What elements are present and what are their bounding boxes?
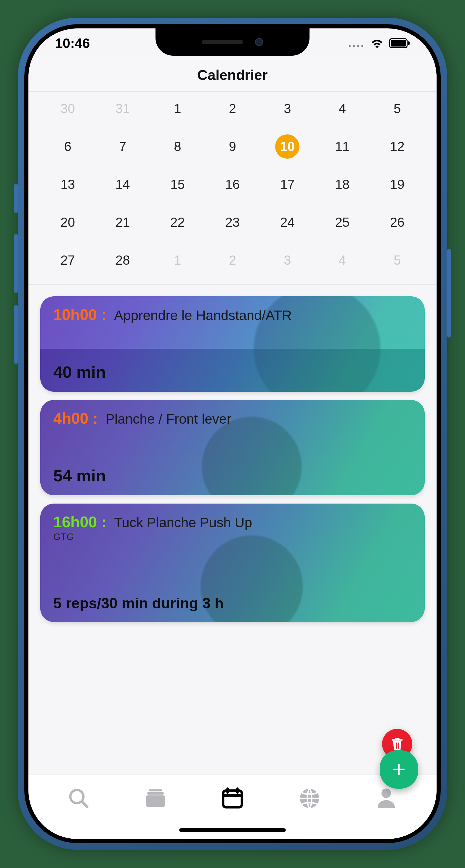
calendar-day[interactable]: 23 [205, 213, 260, 231]
event-title: Apprendre le Handstand/ATR [114, 307, 292, 323]
calendar-day[interactable]: 10 [260, 138, 315, 155]
phone-frame: 10:46 .... Calendrier 30311234567 [18, 18, 447, 850]
event-time: 16h00 : [53, 513, 106, 531]
agenda-card[interactable]: 10h00 : Apprendre le Handstand/ATR 40 mi… [40, 296, 425, 392]
svg-rect-5 [149, 789, 163, 791]
calendar-day[interactable]: 7 [95, 138, 150, 155]
calendar-day[interactable]: 6 [40, 138, 95, 155]
svg-rect-1 [391, 40, 406, 47]
svg-rect-7 [146, 796, 165, 807]
calendar-day[interactable]: 3 [260, 100, 315, 118]
calendar-day[interactable]: 18 [315, 176, 370, 193]
cellular-dots-icon: .... [348, 37, 365, 50]
calendar-day[interactable]: 31 [95, 100, 150, 118]
side-button [447, 249, 451, 338]
side-button [14, 234, 18, 293]
plus-icon [391, 761, 407, 778]
calendar-day[interactable]: 21 [95, 213, 150, 231]
svg-line-4 [82, 802, 87, 807]
svg-rect-2 [408, 41, 410, 45]
calendar-day[interactable]: 13 [40, 176, 95, 193]
calendar-day[interactable]: 14 [95, 176, 150, 193]
side-button [14, 184, 18, 213]
page-title: Calendrier [28, 58, 437, 92]
calendar-day[interactable]: 15 [150, 176, 205, 193]
svg-rect-8 [223, 790, 242, 807]
tab-calendar[interactable] [218, 784, 247, 813]
search-icon [67, 787, 90, 810]
screen: 10:46 .... Calendrier 30311234567 [28, 28, 437, 839]
event-title: Planche / Front lever [106, 411, 231, 427]
event-time: 10h00 : [53, 306, 106, 323]
svg-rect-6 [147, 792, 164, 795]
svg-point-13 [381, 788, 391, 798]
calendar-icon [221, 786, 244, 810]
calendar-day[interactable]: 28 [95, 251, 150, 269]
calendar-day[interactable]: 16 [205, 176, 260, 193]
side-button [14, 305, 18, 364]
wifi-icon [370, 38, 384, 49]
calendar-day[interactable]: 27 [40, 251, 95, 269]
event-duration: 40 min [53, 362, 412, 383]
calendar-day[interactable]: 25 [315, 213, 370, 231]
calendar-day[interactable]: 8 [150, 138, 205, 155]
agenda-card[interactable]: 16h00 : Tuck Planche Push Up GTG 5 reps/… [40, 503, 425, 622]
calendar-day[interactable]: 5 [370, 251, 425, 269]
globe-icon [298, 787, 321, 810]
calendar-day[interactable]: 2 [205, 251, 260, 269]
calendar-day[interactable]: 2 [205, 100, 260, 118]
calendar-day[interactable]: 24 [260, 213, 315, 231]
calendar-day[interactable]: 12 [370, 138, 425, 155]
calendar: 3031123456789101112131415161718192021222… [28, 92, 437, 284]
calendar-day[interactable]: 11 [315, 138, 370, 155]
calendar-day[interactable]: 3 [260, 251, 315, 269]
tab-bar [28, 774, 437, 839]
calendar-day[interactable]: 5 [370, 100, 425, 118]
calendar-day[interactable]: 17 [260, 176, 315, 193]
calendar-day[interactable]: 4 [315, 100, 370, 118]
calendar-day[interactable]: 1 [150, 100, 205, 118]
event-duration: 54 min [53, 466, 412, 487]
calendar-day[interactable]: 30 [40, 100, 95, 118]
tab-globe[interactable] [295, 784, 324, 813]
calendar-day[interactable]: 19 [370, 176, 425, 193]
stack-icon [144, 788, 167, 809]
calendar-day[interactable]: 22 [150, 213, 205, 231]
trash-icon [389, 736, 405, 752]
status-time: 10:46 [55, 35, 90, 51]
calendar-day[interactable]: 20 [40, 213, 95, 231]
tab-search[interactable] [64, 784, 93, 813]
event-time: 4h00 : [53, 409, 98, 427]
person-icon [376, 787, 397, 810]
event-subtitle: GTG [53, 531, 412, 542]
add-button[interactable] [380, 750, 418, 789]
tab-library[interactable] [141, 784, 170, 813]
home-indicator[interactable] [179, 828, 286, 832]
notch [155, 28, 310, 56]
event-duration: 5 reps/30 min during 3 h [53, 595, 412, 614]
calendar-day[interactable]: 4 [315, 251, 370, 269]
calendar-day[interactable]: 26 [370, 213, 425, 231]
battery-icon [389, 38, 410, 48]
calendar-day[interactable]: 1 [150, 251, 205, 269]
agenda-card[interactable]: 4h00 : Planche / Front lever 54 min [40, 400, 425, 495]
event-title: Tuck Planche Push Up [114, 515, 252, 530]
calendar-day[interactable]: 9 [205, 138, 260, 155]
agenda-list: 10h00 : Apprendre le Handstand/ATR 40 mi… [28, 284, 437, 839]
